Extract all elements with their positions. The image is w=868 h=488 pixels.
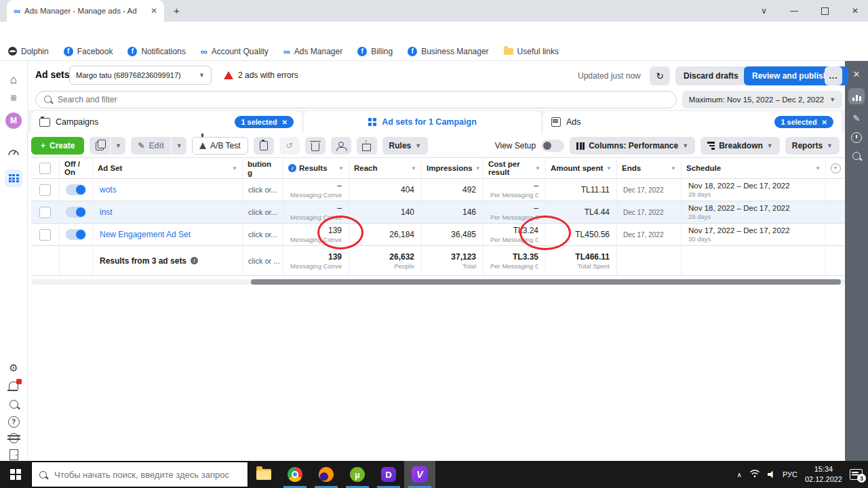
bookmark-useful-links-folder[interactable]: Useful links [504,47,559,56]
tray-expand-icon[interactable]: ∧ [737,471,742,479]
ab-test-button[interactable]: A/B Test [192,137,248,155]
clear-selection-icon[interactable]: ✕ [282,119,288,126]
column-ends[interactable]: Ends▼ [617,158,682,178]
row-checkbox[interactable] [31,201,60,223]
settings-gear-icon[interactable]: ⚙ [0,362,27,374]
report-bug-icon[interactable] [0,433,27,443]
ads-selected-pill[interactable]: 1 selected✕ [774,116,833,128]
column-impressions[interactable]: Impressions▼ [422,158,484,178]
bookmark-account-quality[interactable]: ∞Account Quality [201,47,269,56]
exit-door-icon[interactable] [0,449,27,460]
taskbar-active-app[interactable]: V [404,461,435,488]
edit-pencil-icon[interactable]: ✎ [853,113,861,123]
reports-button[interactable]: Reports▼ [785,137,840,155]
ads-errors-alert[interactable]: 2 ads with errors [224,70,298,80]
tab-campaigns[interactable]: Campaigns 1 selected✕ [31,111,302,133]
select-all-checkbox[interactable] [31,158,60,178]
column-reach[interactable]: Reach▼ [349,158,422,178]
refresh-button[interactable]: ↻ [650,66,670,85]
duplicate-button[interactable] [90,137,110,155]
add-column-button[interactable]: + [826,158,845,178]
start-button[interactable] [0,461,31,488]
history-clock-icon[interactable] [851,132,862,143]
language-indicator[interactable]: РУС [783,470,797,479]
delete-button[interactable] [305,137,326,155]
close-window-icon[interactable]: ✕ [852,6,859,16]
campaigns-selected-pill[interactable]: 1 selected✕ [235,116,294,128]
tab-ad-sets[interactable]: Ad sets for 1 Campaign [304,111,541,133]
rules-button[interactable]: Rules▼ [382,137,429,155]
ad-set-link[interactable]: inst [93,201,243,223]
row-toggle[interactable] [60,201,93,223]
search-filter-input[interactable] [35,91,677,108]
account-overview-gauge-icon[interactable] [0,146,27,157]
close-panel-icon[interactable]: ✕ [853,69,861,79]
campaigns-table-icon[interactable] [0,169,27,187]
taskbar-utorrent[interactable]: µ [342,461,373,488]
wifi-icon[interactable] [749,469,760,480]
export-button[interactable] [357,137,377,155]
more-options-button[interactable]: ... [825,66,842,85]
row-toggle[interactable] [60,224,93,245]
ad-account-selector[interactable]: Margo tatu (689768236099917) ▼ [69,66,212,85]
bookmark-notifications[interactable]: fNotifications [127,47,185,56]
bookmark-dolphin[interactable]: Dolphin [8,47,49,56]
table-row-new-engagement[interactable]: New Engagement Ad Set click or... 139Mes… [31,224,845,246]
clear-selection-icon[interactable]: ✕ [822,119,827,126]
restore-icon[interactable] [821,7,829,15]
audience-button[interactable] [331,137,351,155]
search-icon[interactable] [0,400,27,409]
taskbar-file-explorer[interactable] [248,461,279,488]
charts-icon[interactable] [848,88,865,104]
taskbar-search-input[interactable] [53,469,240,481]
column-amount-spent[interactable]: Amount spent▼ [546,158,617,178]
discard-drafts-button[interactable]: Discard drafts [675,66,747,85]
bookmark-business-manager[interactable]: fBusiness Manager [408,47,488,56]
tab-close-icon[interactable]: ✕ [151,6,157,16]
scrollbar-thumb[interactable] [251,279,841,285]
row-toggle[interactable] [60,179,93,201]
column-results[interactable]: iResults▼ [283,158,349,178]
taskbar-firefox[interactable] [311,461,342,488]
clock[interactable]: 15:34 02.12.2022 [805,464,842,485]
taskbar-search[interactable] [31,462,248,487]
minimize-icon[interactable]: — [790,6,798,16]
taskbar-dolphin-d[interactable]: D [373,461,404,488]
date-range-selector[interactable]: Maximum: Nov 15, 2022 – Dec 2, 2022 ▼ [682,91,842,108]
tab-ads[interactable]: Ads 1 selected✕ [543,111,842,133]
breakdown-button[interactable]: Breakdown▼ [701,137,780,155]
action-center-icon[interactable]: 3 [850,469,863,480]
menu-hamburger-icon[interactable]: ≡ [0,92,27,104]
column-attribution[interactable]: bution g [243,158,283,178]
ad-set-link[interactable]: New Engagement Ad Set [93,224,243,245]
pin-clipboard-button[interactable] [254,137,274,155]
row-checkbox[interactable] [31,179,60,201]
home-icon[interactable]: ⌂ [0,73,27,87]
edit-menu-button[interactable]: ▼ [172,137,186,155]
duplicate-menu-button[interactable]: ▼ [111,137,125,155]
volume-icon[interactable] [768,471,775,479]
bookmark-ads-manager[interactable]: ∞Ads Manager [283,47,342,56]
undo-button[interactable]: ↺ [279,137,300,155]
inspect-zoom-icon[interactable] [852,152,861,162]
window-menu-icon[interactable]: ∨ [761,6,767,16]
view-setup-toggle[interactable] [541,140,564,152]
create-button[interactable]: +Create [31,137,84,155]
account-avatar[interactable]: M [0,113,27,129]
table-row-inst[interactable]: inst click or... –Messaging Conversa... … [31,201,845,224]
help-icon[interactable]: ? [0,416,27,428]
bookmark-billing[interactable]: fBilling [357,47,393,56]
row-checkbox[interactable] [31,224,60,245]
table-row-wots[interactable]: wots click or... –Messaging Conversa... … [31,179,845,201]
column-cost-per-result[interactable]: Cost per result▼ [484,158,546,178]
notifications-bell-icon[interactable] [0,382,27,390]
column-ad-set[interactable]: Ad Set▼ [93,158,243,178]
new-tab-button[interactable]: + [174,5,180,16]
browser-tab[interactable]: ∞ Ads Manager - Manage ads - Ad ✕ [7,0,164,22]
column-schedule[interactable]: Schedule▼ [682,158,826,178]
columns-button[interactable]: Columns: Performance▼ [570,137,695,155]
taskbar-chrome[interactable] [279,461,311,488]
edit-button[interactable]: ✎Edit [131,137,171,155]
bookmark-facebook[interactable]: fFacebook [64,47,113,56]
ad-set-link[interactable]: wots [93,179,243,201]
